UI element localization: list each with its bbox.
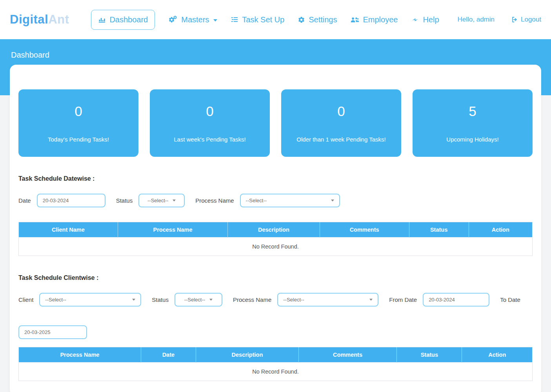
main-nav: Dashboard Masters bbox=[91, 10, 439, 30]
column-header-description: Description bbox=[228, 222, 320, 238]
from-date-filter-label: From Date bbox=[389, 296, 417, 303]
nav-item-help[interactable]: Help bbox=[411, 15, 439, 24]
stat-card-todays-pending: 0 Today's Pending Tasks! bbox=[18, 89, 138, 157]
datewise-filters: Date Status --Select-- Process Name --Se… bbox=[18, 194, 533, 207]
process-name-filter: Process Name --Select-- bbox=[195, 194, 340, 207]
nav-label: Settings bbox=[309, 15, 337, 24]
status-filter: Status --Select-- bbox=[152, 293, 222, 307]
process-name-select-value: --Select-- bbox=[246, 198, 267, 203]
stat-label: Today's Pending Tasks! bbox=[44, 136, 113, 143]
nav-label: Dashboard bbox=[109, 15, 148, 24]
dashboard-content-card: 0 Today's Pending Tasks! 0 Last week's P… bbox=[10, 65, 541, 392]
chevron-down-icon bbox=[331, 200, 334, 201]
top-navbar: DigitalAnt Dashboard bbox=[0, 0, 551, 39]
nav-item-settings[interactable]: Settings bbox=[298, 15, 337, 24]
process-name-filter-label: Process Name bbox=[233, 296, 271, 303]
stat-card-upcoming-holidays: 5 Upcoming Holidays! bbox=[413, 89, 533, 157]
navbar-right: Hello, admin Logout bbox=[458, 16, 542, 24]
empty-row: No Record Found. bbox=[19, 238, 533, 256]
process-name-select-value: --Select-- bbox=[283, 297, 304, 303]
stat-value: 0 bbox=[75, 103, 82, 119]
status-select[interactable]: --Select-- bbox=[175, 293, 222, 307]
process-name-select[interactable]: --Select-- bbox=[277, 293, 378, 307]
client-filter-label: Client bbox=[18, 296, 33, 303]
column-header-comments: Comments bbox=[298, 347, 396, 363]
column-header-action: Action bbox=[469, 222, 532, 238]
clientwise-table-header-row: Process Name Date Description Comments S… bbox=[19, 347, 533, 363]
nav-item-employee[interactable]: Employee bbox=[350, 15, 398, 24]
datewise-table: Client Name Process Name Description Com… bbox=[18, 222, 533, 256]
client-select[interactable]: --Select-- bbox=[39, 293, 141, 307]
hands-helping-icon bbox=[411, 16, 419, 24]
chevron-down-icon bbox=[209, 299, 213, 301]
clientwise-table: Process Name Date Description Comments S… bbox=[18, 347, 533, 381]
date-filter-label: Date bbox=[18, 197, 31, 204]
empty-row: No Record Found. bbox=[19, 363, 533, 381]
nav-label: Help bbox=[423, 15, 439, 24]
nav-label: Employee bbox=[363, 15, 398, 24]
clientwise-filters: Client --Select-- Status --Select-- Proc… bbox=[18, 293, 533, 339]
nav-label: Masters bbox=[181, 15, 209, 24]
logout-button[interactable]: Logout bbox=[511, 16, 541, 24]
column-header-date: Date bbox=[141, 347, 196, 363]
clientwise-section-heading: Task Schedule Clientwise : bbox=[18, 274, 533, 281]
date-filter: Date bbox=[18, 194, 105, 207]
process-name-filter: Process Name --Select-- bbox=[233, 293, 378, 307]
task-list-icon bbox=[231, 16, 238, 24]
from-date-filter: From Date bbox=[389, 293, 489, 307]
to-date-input[interactable] bbox=[18, 325, 87, 339]
stat-label: Last week's Pending Tasks! bbox=[170, 136, 250, 143]
column-header-client-name: Client Name bbox=[19, 222, 118, 238]
users-icon bbox=[350, 16, 359, 24]
page-title: Dashboard bbox=[0, 39, 551, 60]
sign-out-icon bbox=[511, 16, 518, 23]
stat-card-last-week-pending: 0 Last week's Pending Tasks! bbox=[150, 89, 270, 157]
nav-label: Task Set Up bbox=[242, 15, 284, 24]
status-filter-label: Status bbox=[116, 197, 133, 204]
logout-label: Logout bbox=[521, 16, 541, 24]
chevron-down-icon bbox=[173, 200, 176, 201]
column-header-process-name: Process Name bbox=[19, 347, 141, 363]
datewise-table-header-row: Client Name Process Name Description Com… bbox=[19, 222, 533, 238]
nav-item-masters[interactable]: Masters bbox=[168, 15, 217, 24]
to-date-filter-label: To Date bbox=[500, 296, 520, 303]
column-header-process-name: Process Name bbox=[118, 222, 227, 238]
status-select-value: --Select-- bbox=[147, 198, 168, 203]
user-greeting: Hello, admin bbox=[458, 16, 495, 24]
client-select-value: --Select-- bbox=[45, 297, 66, 303]
column-header-comments: Comments bbox=[320, 222, 409, 238]
logo-text-secondary: Ant bbox=[48, 13, 69, 26]
column-header-status: Status bbox=[409, 222, 469, 238]
chevron-down-icon bbox=[132, 299, 135, 301]
stat-value: 0 bbox=[206, 103, 213, 119]
from-date-input[interactable] bbox=[423, 293, 489, 307]
column-header-description: Description bbox=[196, 347, 298, 363]
stats-row: 0 Today's Pending Tasks! 0 Last week's P… bbox=[18, 89, 533, 157]
process-name-select[interactable]: --Select-- bbox=[240, 194, 340, 207]
datewise-section-heading: Task Schedule Datewise : bbox=[18, 175, 533, 182]
status-filter-label: Status bbox=[152, 296, 169, 303]
logo-text-primary: Digital bbox=[10, 13, 48, 26]
nav-item-task-set-up[interactable]: Task Set Up bbox=[231, 15, 284, 24]
no-record-text: No Record Found. bbox=[19, 363, 533, 381]
status-filter: Status --Select-- bbox=[116, 194, 185, 207]
chevron-down-icon bbox=[369, 299, 373, 301]
process-name-filter-label: Process Name bbox=[195, 197, 234, 204]
column-header-status: Status bbox=[397, 347, 462, 363]
status-select[interactable]: --Select-- bbox=[138, 194, 185, 207]
nav-item-dashboard[interactable]: Dashboard bbox=[91, 10, 155, 30]
column-header-action: Action bbox=[462, 347, 533, 363]
chart-bar-icon bbox=[98, 16, 106, 24]
gear-icon bbox=[298, 16, 305, 24]
no-record-text: No Record Found. bbox=[19, 238, 533, 256]
stat-label: Older than 1 week Pending Tasks! bbox=[293, 136, 389, 143]
client-filter: Client --Select-- bbox=[18, 293, 141, 307]
status-select-value: --Select-- bbox=[184, 297, 205, 303]
date-input[interactable] bbox=[37, 194, 105, 207]
stat-card-older-pending: 0 Older than 1 week Pending Tasks! bbox=[281, 89, 401, 157]
app-logo[interactable]: DigitalAnt bbox=[10, 13, 69, 27]
stat-label: Upcoming Holidays! bbox=[442, 136, 502, 143]
stat-value: 0 bbox=[337, 103, 345, 119]
cogs-icon bbox=[168, 15, 178, 24]
chevron-down-icon bbox=[213, 19, 217, 22]
